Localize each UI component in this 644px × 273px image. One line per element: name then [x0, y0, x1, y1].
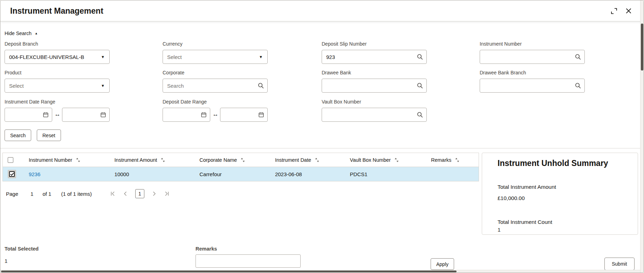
- search-button[interactable]: Search: [5, 129, 31, 141]
- table-header-row: Instrument Number Instrument Amount Corp…: [3, 153, 479, 167]
- instrument-date-range-field: Instrument Date Range ↔: [5, 99, 114, 122]
- section-divider: [0, 148, 641, 148]
- range-separator-icon: ↔: [53, 111, 62, 118]
- deposit-date-range-label: Deposit Date Range: [163, 99, 272, 105]
- currency-select[interactable]: Select ▼: [163, 50, 268, 64]
- column-header-remarks[interactable]: Remarks: [428, 157, 479, 163]
- currency-value: Select: [163, 54, 267, 60]
- calendar-icon[interactable]: [201, 112, 207, 118]
- page-of-label: of 1: [42, 191, 51, 197]
- column-header-vault-box-number[interactable]: Vault Box Number: [347, 157, 429, 163]
- horizontal-scrollbar-track[interactable]: [0, 270, 640, 273]
- current-page-box[interactable]: 1: [135, 189, 144, 198]
- vault-box-number-control: [322, 108, 427, 122]
- row-checkbox[interactable]: [9, 171, 15, 177]
- page-label: Page: [6, 191, 18, 197]
- sort-icon: [455, 158, 459, 162]
- product-select[interactable]: Select ▼: [5, 79, 110, 93]
- drawee-bank-field: Drawee Bank: [322, 70, 427, 93]
- deposit-date-range-field: Deposit Date Range ↔: [163, 99, 272, 122]
- instrument-date-from-control: [5, 108, 52, 122]
- instrument-date-range-label: Instrument Date Range: [5, 99, 114, 105]
- drawee-bank-input[interactable]: [322, 79, 426, 92]
- vertical-scrollbar-track[interactable]: [640, 0, 644, 273]
- deposit-slip-number-field: Deposit Slip Number: [322, 41, 427, 64]
- vertical-scrollbar-thumb[interactable]: [641, 24, 643, 71]
- drawee-bank-branch-input[interactable]: [480, 79, 584, 92]
- sort-icon: [395, 158, 399, 162]
- remarks-input[interactable]: [196, 254, 301, 268]
- dropdown-arrow-icon: ▼: [259, 55, 263, 59]
- first-page-icon[interactable]: [110, 191, 116, 197]
- calendar-icon[interactable]: [100, 112, 106, 118]
- hide-search-label: Hide Search: [5, 31, 32, 36]
- window-controls: [609, 6, 633, 15]
- deposit-branch-value: 004-FLEXCUBE-UNIVERSAL-B: [5, 54, 109, 60]
- currency-label: Currency: [163, 41, 268, 47]
- column-header-instrument-number[interactable]: Instrument Number: [26, 157, 112, 163]
- vault-box-number-input[interactable]: [322, 108, 426, 121]
- pagination-nav: 1: [110, 189, 170, 198]
- drawee-bank-branch-field: Drawee Bank Branch: [480, 70, 585, 93]
- hide-search-toggle[interactable]: Hide Search ▲: [5, 31, 38, 36]
- sort-icon: [76, 158, 80, 162]
- instrument-management-window: Instrument Management Hide Search ▲ Depo…: [0, 0, 644, 273]
- select-all-checkbox[interactable]: [8, 157, 13, 163]
- instrument-number-control: [480, 50, 585, 64]
- total-instrument-count-label: Total Instrument Count: [498, 219, 552, 225]
- search-icon[interactable]: [417, 112, 423, 118]
- total-instrument-amount-value: £10,000.00: [498, 195, 525, 201]
- table-row[interactable]: 9236 10000 Carrefour 2023-06-08 PDCS1: [3, 167, 479, 181]
- last-page-icon[interactable]: [164, 191, 170, 197]
- instrument-date-to-control: [62, 108, 110, 122]
- search-icon[interactable]: [575, 82, 581, 89]
- deposit-slip-number-input[interactable]: [322, 50, 426, 64]
- row-checkbox-focus: [8, 170, 16, 178]
- search-icon[interactable]: [417, 54, 423, 60]
- apply-button[interactable]: Apply: [431, 258, 454, 270]
- previous-page-icon[interactable]: [123, 191, 128, 197]
- results-table: Instrument Number Instrument Amount Corp…: [2, 153, 479, 181]
- drawee-bank-branch-label: Drawee Bank Branch: [480, 70, 585, 75]
- calendar-icon[interactable]: [43, 112, 49, 118]
- reset-button[interactable]: Reset: [37, 129, 61, 141]
- cell-instrument-amount: 10000: [112, 171, 197, 177]
- search-icon[interactable]: [258, 82, 264, 89]
- deposit-date-to-control: [220, 108, 268, 122]
- horizontal-scrollbar-thumb[interactable]: [1, 271, 457, 272]
- corporate-label: Corporate: [163, 70, 268, 75]
- deposit-branch-select[interactable]: 004-FLEXCUBE-UNIVERSAL-B ▼: [5, 50, 110, 64]
- page-title: Instrument Management: [10, 0, 103, 21]
- corporate-search-input[interactable]: [163, 79, 267, 92]
- instrument-number-label: Instrument Number: [480, 41, 585, 47]
- search-icon[interactable]: [417, 82, 423, 89]
- search-icon[interactable]: [575, 54, 581, 60]
- next-page-icon[interactable]: [151, 191, 157, 197]
- instrument-number-input[interactable]: [480, 50, 584, 64]
- submit-button[interactable]: Submit: [604, 258, 635, 270]
- close-icon[interactable]: [624, 6, 633, 15]
- remarks-label: Remarks: [196, 246, 217, 252]
- calendar-icon[interactable]: [258, 112, 264, 118]
- corporate-control: [163, 79, 268, 93]
- deposit-slip-number-label: Deposit Slip Number: [322, 41, 427, 47]
- drawee-bank-control: [322, 79, 427, 93]
- window-header: Instrument Management: [0, 0, 644, 21]
- product-value: Select: [5, 83, 109, 89]
- instrument-number-link[interactable]: 9236: [29, 171, 40, 177]
- sort-icon: [315, 158, 319, 162]
- instrument-unhold-summary-panel: Instrument Unhold Summary Total Instrume…: [482, 153, 638, 235]
- vault-box-number-field: Vault Box Number: [322, 99, 427, 122]
- resize-window-icon[interactable]: [609, 6, 618, 15]
- total-instrument-amount-label: Total Instrument Amount: [498, 184, 556, 190]
- column-header-instrument-amount[interactable]: Instrument Amount: [112, 157, 197, 163]
- column-header-corporate-name[interactable]: Corporate Name: [197, 157, 272, 163]
- collapse-caret-icon: ▲: [35, 32, 38, 35]
- vault-box-number-label: Vault Box Number: [322, 99, 427, 105]
- page-number-value[interactable]: 1: [30, 191, 33, 197]
- drawee-bank-branch-control: [480, 79, 585, 93]
- column-header-instrument-date[interactable]: Instrument Date: [272, 157, 347, 163]
- deposit-slip-number-control: [322, 50, 427, 64]
- total-selected-label: Total Selected: [5, 246, 39, 252]
- product-field: Product Select ▼: [5, 70, 110, 93]
